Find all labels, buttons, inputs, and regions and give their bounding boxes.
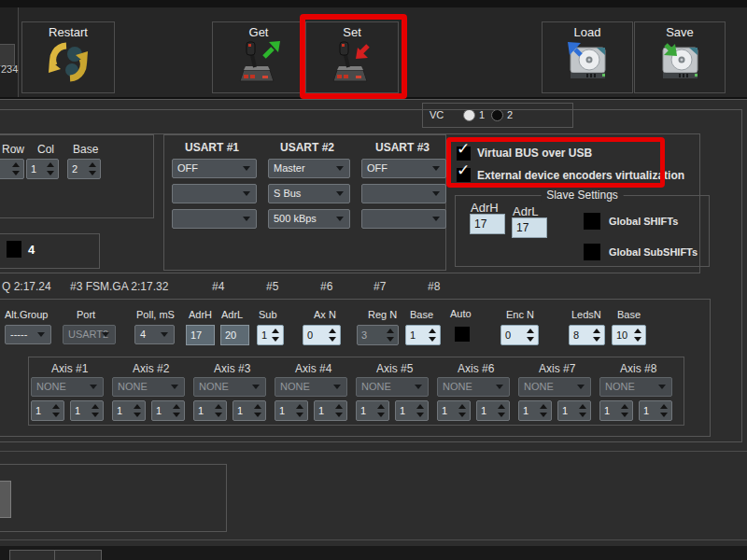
axis4-spinner-2[interactable]: 1 [314,400,347,421]
usart1-speed-dropdown[interactable] [172,209,257,229]
device-tab-3[interactable]: #4 [212,280,224,293]
axis7-mode-dropdown[interactable]: NONE [518,377,591,397]
axis2-spinner-2[interactable]: 1 [151,400,185,421]
cfg-adrh-field[interactable]: 17 [186,325,215,345]
axis4-mode-dropdown[interactable]: NONE [275,377,347,397]
spinner-arrows-icon[interactable] [52,404,61,417]
axis2-mode-dropdown[interactable]: NONE [112,377,185,397]
virtual-bus-checkbox[interactable]: ✓ [457,147,471,161]
usart2-mode-dropdown[interactable]: Master [268,159,350,178]
spinner-arrows-icon[interactable] [387,329,395,342]
spinner-arrows-icon[interactable] [134,404,142,417]
restart-recycle-icon [48,70,89,86]
spinner-arrows-icon[interactable] [579,404,587,417]
set-button[interactable]: Set [305,21,399,93]
usart2-speed-dropdown[interactable]: 500 kBps [268,209,350,229]
slave-adrl-field[interactable]: 17 [512,217,547,238]
cfg-adrl-field[interactable]: 20 [220,325,249,345]
device-tab-7[interactable]: #8 [428,280,440,293]
axis1-spinner-2[interactable]: 1 [70,400,104,421]
spinner-arrows-icon[interactable] [173,404,181,417]
spinner-arrows-icon[interactable] [12,162,21,175]
spinner-arrows-icon[interactable] [335,404,344,417]
axis8-mode-dropdown[interactable]: NONE [599,377,672,397]
axis5-spinner-1[interactable]: 1 [356,400,389,421]
spinner-arrows-icon[interactable] [254,404,262,417]
device-tab-4[interactable]: #5 [266,280,278,293]
save-button[interactable]: Save [634,21,726,93]
bottom-tab-1[interactable] [9,550,55,560]
spinner-arrows-icon[interactable] [377,404,386,417]
spinner-arrows-icon[interactable] [540,404,548,417]
ledsn-spinner[interactable]: 8 [569,325,605,345]
global-subshifts-checkbox[interactable] [584,244,600,260]
axis3-mode-dropdown[interactable]: NONE [193,377,266,397]
spinner-arrows-icon[interactable] [634,329,642,342]
slave-adrh-field[interactable]: 17 [470,214,505,234]
usart1-protocol-dropdown[interactable] [172,184,257,203]
restart-button[interactable]: Restart [21,21,115,93]
regn-spinner[interactable]: 3 [357,325,399,345]
set-label: Set [306,25,398,39]
spinner-arrows-icon[interactable] [329,329,337,342]
spinner-arrows-icon[interactable] [660,404,669,417]
device-tab-1[interactable]: Q 2:17.24 [2,280,51,293]
axis5-spinner-2[interactable]: 1 [395,400,429,421]
spinner-arrows-icon[interactable] [527,329,535,342]
axis6-spinner-1[interactable]: 1 [437,400,471,421]
usart3-protocol-dropdown[interactable] [361,184,446,203]
axis1-spinner-1[interactable]: 1 [31,400,64,421]
base1-spinner[interactable]: 1 [405,325,441,345]
axis4-spinner-1[interactable]: 1 [275,400,308,421]
device-tab-6[interactable]: #7 [374,280,386,293]
device-tab-5[interactable]: #6 [320,280,332,293]
cut-side-button[interactable] [0,481,11,518]
axis7-spinner-2[interactable]: 1 [557,400,591,421]
alt-group-dropdown[interactable]: ----- [5,325,51,344]
axis8-spinner-1[interactable]: 1 [599,400,633,421]
axis2-spinner-1[interactable]: 1 [112,400,146,421]
spinner-arrows-icon[interactable] [416,404,425,417]
bottom-tab-2[interactable] [54,550,102,560]
usart1-mode-dropdown[interactable]: OFF [172,159,257,178]
usart3-speed-dropdown[interactable] [361,209,446,229]
spinner-arrows-icon[interactable] [498,404,506,417]
usart3-mode-dropdown[interactable]: OFF [361,159,446,178]
row-spinner[interactable] [0,159,24,179]
axis7-spinner-1[interactable]: 1 [518,400,552,421]
get-button[interactable]: Get [212,21,305,93]
axis3-spinner-2[interactable]: 1 [233,400,266,421]
base2-spinner[interactable]: 10 [612,325,646,345]
axis8-spinner-2[interactable]: 1 [639,400,672,421]
encoders-virtualization-checkbox[interactable]: ✓ [457,168,471,182]
spinner-arrows-icon[interactable] [215,404,223,417]
port-dropdown[interactable]: USART2 [63,325,116,344]
usart2-protocol-value: S Bus [274,188,301,199]
spinner-arrows-icon[interactable] [593,329,601,342]
usart2-protocol-dropdown[interactable]: S Bus [268,184,350,203]
axis6-spinner-2[interactable]: 1 [476,400,510,421]
spinner-arrows-icon[interactable] [272,329,280,342]
axis5-mode-dropdown[interactable]: NONE [356,377,429,397]
auto-checkbox[interactable] [455,327,470,342]
spinner-arrows-icon[interactable] [296,404,304,417]
poll-dropdown[interactable]: 4 [134,325,175,344]
col-spinner[interactable]: 1 [26,159,59,179]
load-button[interactable]: Load [542,21,633,93]
base-spinner[interactable]: 2 [67,159,101,179]
sub-spinner[interactable]: 1 [257,325,284,345]
spinner-arrows-icon[interactable] [458,404,467,417]
axn-spinner[interactable]: 0 [303,325,341,345]
spinner-arrows-icon[interactable] [429,329,437,342]
axis1-mode-dropdown[interactable]: NONE [31,377,104,397]
global-shifts-checkbox[interactable] [584,213,600,230]
spinner-arrows-icon[interactable] [621,404,629,417]
encn-spinner[interactable]: 0 [500,325,539,345]
indicator-checkbox[interactable] [7,241,21,258]
device-tab-2[interactable]: #3 FSM.GA 2:17.32 [70,280,168,293]
axis3-spinner-1[interactable]: 1 [193,400,227,421]
axis6-mode-dropdown[interactable]: NONE [437,377,510,397]
spinner-arrows-icon[interactable] [92,404,100,417]
spinner-arrows-icon[interactable] [47,162,55,175]
spinner-arrows-icon[interactable] [89,162,97,175]
